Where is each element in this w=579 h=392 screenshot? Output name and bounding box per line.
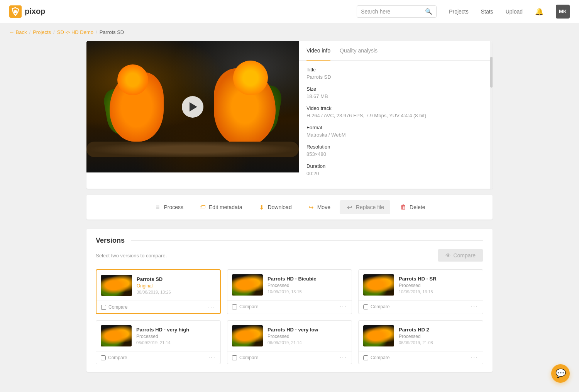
breadcrumb: ← Back / Projects / SD -> HD Demo / Parr… xyxy=(0,23,579,41)
compare-checkbox-label[interactable]: Compare xyxy=(232,304,258,309)
header-nav: 🔍 Projects Stats Upload 🔔 MK xyxy=(357,5,570,19)
duration-label: Duration xyxy=(306,163,485,169)
delete-icon: 🗑 xyxy=(400,203,407,211)
back-link[interactable]: ← Back xyxy=(9,29,27,35)
breadcrumb-project[interactable]: SD -> HD Demo xyxy=(57,29,93,35)
version-info: Parrots HD - very low Processed 06/09/20… xyxy=(267,327,347,345)
video-section: Video info Quality analysis Title Parrot… xyxy=(86,41,493,189)
version-status: Processed xyxy=(399,283,478,288)
version-card-bottom: Compare ··· xyxy=(359,300,483,313)
version-card-top: Parrots HD - SR Processed 10/09/2019, 13… xyxy=(359,270,483,300)
version-thumbnail xyxy=(363,325,394,346)
versions-subheader: Select two versions to compare. 👁 Compar… xyxy=(96,249,483,262)
process-label: Process xyxy=(164,204,183,210)
version-date: 10/09/2019, 13:15 xyxy=(267,289,347,294)
more-options-button[interactable]: ··· xyxy=(208,304,215,310)
more-options-button[interactable]: ··· xyxy=(208,355,216,361)
search-box[interactable]: 🔍 xyxy=(357,5,437,18)
chat-fab-button[interactable]: 💬 xyxy=(551,364,570,383)
info-content: Title Parrots SD Size 18.67 MB Video tra… xyxy=(299,61,493,189)
compare-checkbox-input[interactable] xyxy=(363,304,368,309)
version-card[interactable]: Parrots HD - SR Processed 10/09/2019, 13… xyxy=(358,269,483,314)
nav-stats[interactable]: Stats xyxy=(481,8,493,15)
move-label: Move xyxy=(317,204,330,210)
version-card[interactable]: Parrots HD - Bicubic Processed 10/09/201… xyxy=(227,269,352,314)
compare-checkbox-text: Compare xyxy=(108,355,127,360)
compare-btn-label: Compare xyxy=(453,252,476,259)
version-name: Parrots HD - very low xyxy=(267,327,347,333)
logo[interactable]: pixop xyxy=(9,5,45,18)
more-options-button[interactable]: ··· xyxy=(340,355,347,361)
info-row-resolution: Resolution 853×480 xyxy=(306,144,485,157)
versions-section: Versions Select two versions to compare.… xyxy=(86,229,493,372)
version-date: 06/09/2019, 21:14 xyxy=(136,340,216,345)
version-status: Processed xyxy=(399,334,478,339)
compare-checkbox-text: Compare xyxy=(371,355,389,360)
play-button[interactable] xyxy=(182,96,203,118)
compare-checkbox-input[interactable] xyxy=(363,355,368,360)
compare-checkbox-input[interactable] xyxy=(232,355,237,360)
video-player[interactable] xyxy=(86,41,299,172)
version-card-bottom: Compare ··· xyxy=(96,351,220,364)
compare-checkbox-label[interactable]: Compare xyxy=(101,355,127,360)
tab-quality-analysis[interactable]: Quality analysis xyxy=(340,41,378,61)
version-thumbnail xyxy=(101,325,132,346)
breadcrumb-projects[interactable]: Projects xyxy=(33,29,51,35)
info-row-format: Format Matroska / WebM xyxy=(306,125,485,138)
tab-video-info[interactable]: Video info xyxy=(306,41,330,61)
more-options-button[interactable]: ··· xyxy=(471,355,478,361)
version-card[interactable]: Parrots HD - very low Processed 06/09/20… xyxy=(227,320,352,364)
version-card[interactable]: Parrots SD Original 30/08/2019, 13:26 Co… xyxy=(96,269,221,314)
title-label: Title xyxy=(306,67,485,73)
download-label: Download xyxy=(267,204,291,210)
version-thumbnail xyxy=(232,325,263,346)
replace-icon: ↩ xyxy=(346,203,354,211)
move-button[interactable]: ↪ Move xyxy=(301,200,337,214)
compare-checkbox-label[interactable]: Compare xyxy=(232,355,258,360)
download-icon: ⬇ xyxy=(257,203,265,211)
logo-text: pixop xyxy=(25,7,45,16)
nav-upload[interactable]: Upload xyxy=(506,8,523,15)
compare-checkbox-label[interactable]: Compare xyxy=(101,304,127,310)
version-card-top: Parrots HD - very high Processed 06/09/2… xyxy=(96,321,220,351)
search-input[interactable] xyxy=(361,8,423,15)
compare-button[interactable]: 👁 Compare xyxy=(438,249,483,262)
process-button[interactable]: ≡ Process xyxy=(147,200,190,214)
compare-checkbox-label[interactable]: Compare xyxy=(363,304,389,309)
version-date: 30/08/2019, 13:26 xyxy=(137,290,215,294)
compare-checkbox-input[interactable] xyxy=(101,305,106,310)
title-value: Parrots SD xyxy=(306,74,485,80)
breadcrumb-sep-1: / xyxy=(29,29,31,35)
user-avatar[interactable]: MK xyxy=(556,5,570,19)
info-row-size: Size 18.67 MB xyxy=(306,86,485,99)
select-hint: Select two versions to compare. xyxy=(96,253,167,259)
version-info: Parrots HD - Bicubic Processed 10/09/201… xyxy=(267,276,347,294)
delete-button[interactable]: 🗑 Delete xyxy=(393,200,431,214)
version-date: 06/09/2019, 21:14 xyxy=(267,340,347,345)
versions-grid: Parrots SD Original 30/08/2019, 13:26 Co… xyxy=(96,269,483,364)
version-card-top: Parrots SD Original 30/08/2019, 13:26 xyxy=(96,270,220,301)
version-card-bottom: Compare ··· xyxy=(359,351,483,364)
version-card-top: Parrots HD 2 Processed 06/09/2019, 21:08 xyxy=(359,321,483,351)
format-label: Format xyxy=(306,125,485,130)
nav-projects[interactable]: Projects xyxy=(449,8,469,15)
notification-bell-icon[interactable]: 🔔 xyxy=(535,7,543,16)
edit-metadata-button[interactable]: 🏷 Edit metadata xyxy=(193,200,248,214)
version-card-top: Parrots HD - very low Processed 06/09/20… xyxy=(227,321,352,351)
version-name: Parrots HD - SR xyxy=(399,276,478,282)
compare-checkbox-text: Compare xyxy=(371,304,389,309)
info-row-video-track: Video track H.264 / AVC, 23.976 FPS, 7.9… xyxy=(306,105,485,118)
version-card[interactable]: Parrots HD 2 Processed 06/09/2019, 21:08… xyxy=(358,320,483,364)
format-value: Matroska / WebM xyxy=(306,132,485,138)
more-options-button[interactable]: ··· xyxy=(340,304,347,310)
compare-checkbox-input[interactable] xyxy=(232,304,237,309)
more-options-button[interactable]: ··· xyxy=(471,304,478,310)
compare-checkbox-label[interactable]: Compare xyxy=(363,355,389,360)
version-card[interactable]: Parrots HD - very high Processed 06/09/2… xyxy=(96,320,221,364)
compare-checkbox-input[interactable] xyxy=(101,355,106,360)
move-icon: ↪ xyxy=(307,203,315,211)
scrollbar-thumb[interactable] xyxy=(490,57,493,88)
download-button[interactable]: ⬇ Download xyxy=(251,200,298,214)
replace-file-button[interactable]: ↩ Replace file xyxy=(340,200,390,214)
version-status: Processed xyxy=(136,334,216,339)
